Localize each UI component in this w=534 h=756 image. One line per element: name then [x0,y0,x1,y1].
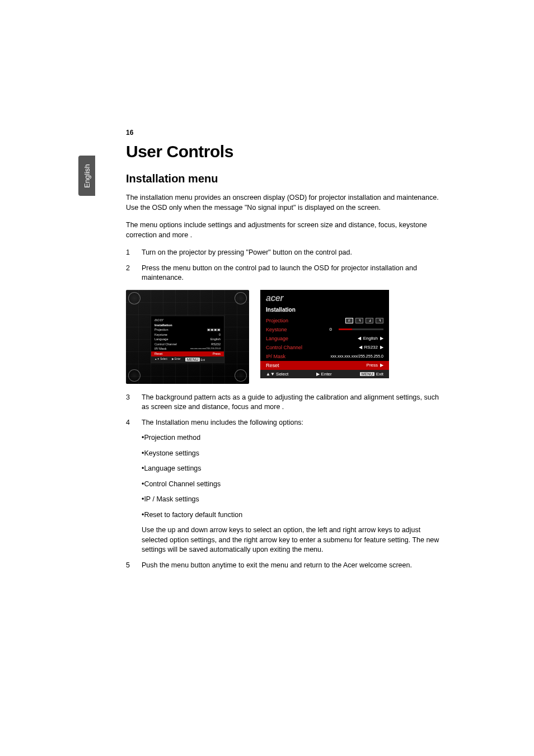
projection-mode-icons: F ꟻ Ⅎ ꟻ [345,318,383,323]
right-arrow-icon: ▶ [380,363,383,368]
osd-row: LanguageEnglish [151,337,224,342]
step-4: The Installation menu includes the follo… [126,418,445,555]
section-heading: Installation menu [126,172,445,185]
page-title: User Controls [126,142,445,161]
osd-label: Reset [266,363,279,368]
osd-row: Keystone0 [151,332,224,337]
osd-label: Projection [266,318,288,323]
bullet-item: •Reset to factory default function [142,510,445,520]
osd-value: xxx.xxx.xxx.xxx/255.255.255.0 [330,354,383,358]
bullet-item: •Language settings [142,464,445,474]
left-arrow-icon: ◀ [358,336,361,341]
right-arrow-icon: ▶ [380,336,383,341]
step-4-tail: Use the up and down arrow keys to select… [142,525,445,555]
right-arrow-icon: ▶ [380,345,383,350]
figures-row: acer Installation Projection▣▣▣▣ Keyston… [126,290,445,384]
osd-row-reset-selected: Reset Press ▶ [260,361,389,370]
osd-row-ip-mask: IP/ Mask xxx.xxx.xxx.xxx/255.255.255.0 [260,352,389,361]
osd-row-projection: Projection F ꟻ Ⅎ ꟻ [260,316,389,325]
osd-value: ◀ English ▶ [358,336,383,341]
page-number: 16 [126,129,133,137]
osd-label: Control Channel [266,345,302,350]
main-content: User Controls Installation menu The inst… [126,142,445,570]
corner-circle-icon [128,369,140,382]
intro-paragraph-2: The menu options include settings and ad… [126,220,445,240]
corner-circle-icon [235,369,247,382]
osd-value: Press ▶ [367,363,383,368]
osd-row: IP/ Maskxxx.xxx.xxx.xxx/255.255.255.0 [151,347,224,352]
osd-row-selected: ResetPress [151,351,224,356]
osd-row-keystone: Keystone 0 [260,325,389,334]
corner-circle-icon [128,292,140,304]
osd-label: IP/ Mask [266,354,285,359]
corner-circle-icon [235,292,247,304]
osd-title: Installation [260,304,389,316]
brand-logo: acer [260,290,389,304]
bullet-item: •Control Channel settings [142,480,445,490]
step-4-lead: The Installation menu includes the follo… [142,419,303,426]
step-1: Turn on the projector by pressing "Power… [126,248,445,258]
osd-value: ◀ RS232 ▶ [359,345,383,350]
osd-value: 0 [330,327,383,332]
osd-label: Language [266,336,288,341]
bullet-item: •IP / Mask settings [142,495,445,505]
figure-projection-grid: acer Installation Projection▣▣▣▣ Keyston… [126,290,249,384]
bullet-item: •Keystone settings [142,449,445,459]
osd-row-control-channel: Control Channel ◀ RS232 ▶ [260,343,389,352]
projection-icon: ꟻ [376,318,383,323]
osd-row: Control ChannelRS232 [151,342,224,347]
footer-enter: ▶ Enter [316,372,331,377]
intro-paragraph-1: The installation menu provides an onscre… [126,193,445,213]
footer-exit: MENU Exit [360,372,383,377]
left-arrow-icon: ◀ [359,345,362,350]
steps-list: Turn on the projector by pressing "Power… [126,248,445,283]
step-5: Push the menu button anytime to exit the… [126,561,445,571]
projection-icon: Ⅎ [366,318,373,323]
projection-icon: ꟻ [355,318,363,323]
figure-osd-enlarged: acer Installation Projection F ꟻ Ⅎ ꟻ Key… [260,290,389,378]
language-tab: English [78,156,95,196]
language-tab-label: English [83,164,91,188]
osd-footer: ▲▼ Select ▶ Enter MENU Exit [151,356,224,363]
step-2: Press the menu button on the control pad… [126,264,445,283]
footer-select: ▲▼ Select [266,372,288,377]
brand-logo: acer [151,316,224,322]
steps-list-cont: The background pattern acts as a guide t… [126,393,445,571]
osd-footer: ▲▼ Select ▶ Enter MENU Exit [260,370,389,378]
osd-thumbnail: acer Installation Projection▣▣▣▣ Keyston… [151,316,224,363]
projection-icon: F [345,318,353,323]
menu-badge: MENU [360,372,375,376]
bullet-item: •Projection method [142,433,445,443]
osd-row: Projection▣▣▣▣ [151,328,224,333]
keystone-slider [339,328,383,330]
osd-row-language: Language ◀ English ▶ [260,334,389,343]
step-4-bullets: •Projection method •Keystone settings •L… [142,433,445,520]
osd-title: Installation [151,322,224,328]
osd-label: Keystone [266,327,287,332]
step-3: The background pattern acts as a guide t… [126,393,445,412]
